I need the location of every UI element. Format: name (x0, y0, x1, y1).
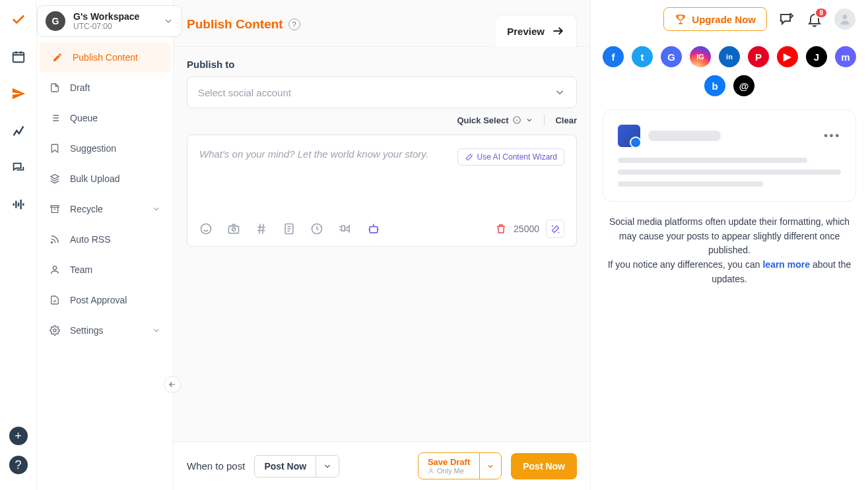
help-icon[interactable]: ? (288, 18, 300, 30)
main: Upgrade Now 8 Publish Content ? Preview (173, 0, 591, 490)
post-now-button[interactable]: Post Now (511, 453, 577, 479)
svg-point-2 (51, 242, 52, 243)
sidebar-item-bulk-upload[interactable]: Bulk Upload (37, 164, 173, 194)
plugin-icon[interactable] (338, 222, 352, 235)
social-threads-icon[interactable]: @ (733, 75, 754, 96)
calendar-icon[interactable] (7, 45, 30, 69)
skeleton-line (618, 158, 807, 163)
sidebar-item-publish-content[interactable]: Publish Content (40, 42, 170, 73)
quick-select-button[interactable]: Quick Select (457, 115, 533, 125)
sidebar-item-label: Publish Content (73, 52, 138, 63)
footer: When to post Post Now Save Draft Only Me… (174, 441, 590, 490)
social-instagram-icon[interactable]: IG (690, 46, 711, 67)
social-mastodon-icon[interactable]: m (835, 46, 856, 67)
preview-tab[interactable]: Preview (494, 15, 577, 47)
magic-wand-button[interactable] (546, 220, 564, 238)
trash-icon[interactable] (495, 223, 507, 235)
sidebar-item-auto-rss[interactable]: Auto RSS (37, 224, 173, 255)
social-facebook-icon[interactable]: f (603, 46, 624, 67)
info-icon (512, 115, 521, 125)
char-count: 25000 (514, 224, 539, 234)
svg-rect-8 (229, 226, 239, 233)
when-to-post-select[interactable]: Post Now (254, 455, 339, 477)
logo-icon[interactable] (7, 8, 30, 32)
workspace-timezone: UTC-07:00 (73, 22, 155, 31)
chevron-down-icon (152, 204, 161, 214)
svg-rect-0 (13, 53, 24, 63)
sidebar-item-label: Post Approval (70, 295, 127, 305)
user-icon (49, 264, 61, 276)
clear-button[interactable]: Clear (555, 115, 577, 125)
more-icon[interactable]: ••• (824, 130, 841, 142)
sidebar-item-team[interactable]: Team (37, 255, 173, 285)
sidebar-item-label: Team (70, 264, 92, 275)
sidebar-item-label: Queue (70, 113, 98, 123)
sidebar-item-queue[interactable]: Queue (37, 103, 173, 133)
user-avatar[interactable] (834, 9, 855, 30)
sidebar-item-suggestion[interactable]: Suggestion (37, 133, 173, 164)
clock-icon[interactable] (310, 222, 323, 235)
audio-icon[interactable] (7, 193, 30, 216)
stats-icon[interactable] (7, 119, 30, 142)
add-button[interactable]: + (9, 427, 28, 445)
template-icon[interactable] (283, 222, 296, 235)
editor-placeholder: What's on your mind? Let the world know … (199, 148, 450, 160)
social-twitter-icon[interactable]: t (632, 46, 653, 67)
workspace-name: G's Workspace (73, 11, 155, 22)
select-social-account[interactable]: Select social account (187, 77, 577, 108)
learn-more-link[interactable]: learn more (762, 259, 810, 270)
sidebar-item-post-approval[interactable]: Post Approval (37, 285, 173, 315)
chevron-down-icon (152, 326, 161, 335)
publish-to-label: Publish to (187, 59, 577, 70)
publish-icon[interactable] (7, 82, 30, 106)
sidebar-item-label: Recycle (70, 204, 103, 214)
sidebar-item-recycle[interactable]: Recycle (37, 194, 173, 224)
svg-point-13 (430, 469, 432, 471)
wand-icon (465, 153, 473, 162)
social-youtube-icon[interactable]: ▶ (777, 46, 798, 67)
bookmark-icon (49, 142, 61, 154)
content-editor[interactable]: What's on your mind? Let the world know … (187, 135, 577, 247)
hashtag-icon[interactable] (255, 222, 268, 235)
sidebar-item-label: Auto RSS (70, 234, 110, 245)
skeleton-line (648, 131, 721, 141)
rss-icon (49, 233, 61, 245)
preview-network-icon (618, 125, 640, 147)
skeleton-line (618, 181, 763, 187)
collapse-sidebar-button[interactable] (164, 376, 181, 393)
svg-point-4 (53, 329, 56, 332)
svg-rect-12 (370, 227, 378, 233)
layers-icon (49, 173, 61, 185)
ai-wizard-button[interactable]: Use AI Content Wizard (457, 148, 564, 166)
chevron-down-icon (163, 16, 174, 26)
page-title: Publish Content ? (187, 17, 300, 32)
social-pinterest-icon[interactable]: P (748, 46, 769, 67)
social-linkedin-icon[interactable]: in (719, 46, 740, 67)
help-button[interactable]: ? (9, 456, 28, 474)
sidebar-item-draft[interactable]: Draft (37, 73, 173, 103)
check-file-icon (49, 294, 61, 306)
social-networks-row: ftGIGinP▶Jmb@ (603, 46, 856, 96)
notifications-badge: 8 (815, 7, 828, 18)
robot-icon[interactable] (367, 222, 380, 235)
preview-note: Social media platforms often update thei… (603, 215, 856, 286)
icon-rail: + ? (0, 0, 37, 490)
preview-panel: ftGIGinP▶Jmb@ ••• Social media platforms… (591, 0, 868, 490)
feedback-icon[interactable] (779, 11, 795, 27)
social-tiktok-icon[interactable]: J (806, 46, 827, 67)
notifications-icon[interactable]: 8 (807, 11, 822, 27)
upgrade-button[interactable]: Upgrade Now (663, 7, 767, 31)
emoji-icon[interactable] (199, 222, 213, 235)
workspace-picker[interactable]: G G's Workspace UTC-07:00 (37, 5, 182, 37)
pencil-icon (51, 51, 63, 63)
save-draft-button[interactable]: Save Draft Only Me (418, 452, 502, 479)
archive-icon (49, 203, 61, 215)
social-bluesky-icon[interactable]: b (704, 75, 725, 96)
sidebar-item-settings[interactable]: Settings (37, 315, 173, 346)
chevron-down-icon[interactable] (479, 453, 501, 479)
chat-icon[interactable] (7, 156, 30, 179)
social-google-icon[interactable]: G (661, 46, 682, 67)
chevron-down-icon[interactable] (316, 456, 339, 477)
camera-icon[interactable] (227, 222, 240, 235)
svg-point-7 (201, 224, 211, 234)
